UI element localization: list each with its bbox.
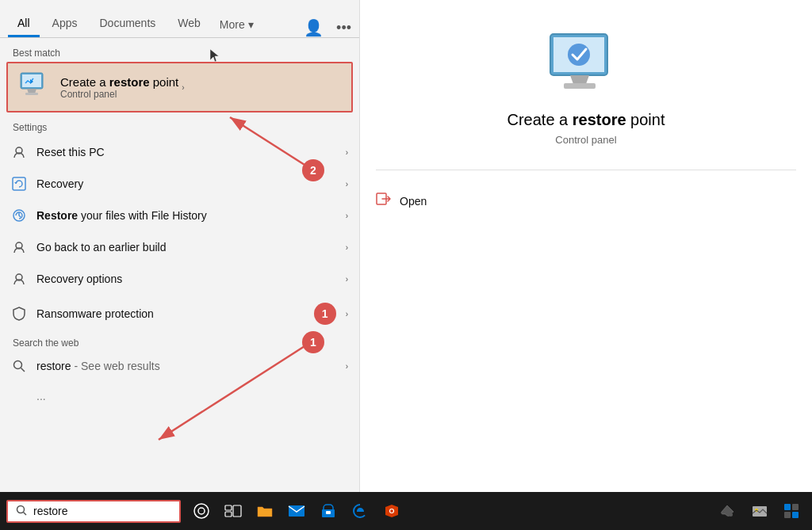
taskbar-paint[interactable] [714,497,742,525]
tabs-bar: All Apps Documents Web More ▾ 👤 ••• [0,0,359,38]
web-search-arrow: › [346,362,348,371]
svg-point-9 [14,361,22,369]
svg-rect-31 [289,505,304,517]
left-panel: All Apps Documents Web More ▾ 👤 ••• Best… [0,0,359,492]
best-match-title: Create a restore point [60,75,178,89]
list-item-earlier-build[interactable]: Go back to an earlier build › [0,231,359,263]
badge-1: 1 [314,303,336,325]
list-item-text-file-history: Restore your files with File History [36,209,343,222]
taskbar-photos[interactable] [745,497,774,525]
svg-text:O: O [389,507,394,515]
reset-pc-icon [11,144,27,160]
app-detail-title: Create a restore point [507,111,665,129]
best-match-text: Create a restore point Control panel [60,75,178,100]
action-open[interactable]: Open [376,186,796,215]
earlier-build-icon [11,239,27,255]
svg-point-24 [17,505,25,513]
list-item-reset-pc[interactable]: Reset this PC › [0,136,359,168]
svg-rect-33 [326,511,331,514]
svg-rect-30 [233,505,241,517]
taskbar-office[interactable]: O [377,497,406,525]
svg-rect-4 [13,177,25,190]
list-item-text-more: ... [36,390,348,402]
list-item-recovery-options[interactable]: Recovery options › [0,263,359,295]
svg-line-25 [24,512,27,515]
recovery-icon [11,176,27,192]
list-item-text-recovery: Recovery [36,177,343,190]
app-detail-subtitle: Control panel [555,134,616,146]
taskbar-mail[interactable] [282,497,311,525]
tab-web[interactable]: Web [168,9,210,37]
earlier-build-arrow: › [346,243,348,252]
open-icon [376,191,392,211]
tab-right-icons: 👤 ••• [304,18,351,37]
svg-point-21 [568,44,590,66]
taskbar-task-view[interactable] [219,497,247,525]
best-match-arrow: › [182,83,184,92]
ransomware-arrow: › [346,310,348,318]
search-web-header: Search the web [0,333,359,350]
list-item-more[interactable]: ... [0,382,359,410]
right-panel: Create a restore point Control panel Ope… [359,0,812,492]
recovery-arrow: › [346,180,348,189]
svg-rect-22 [564,83,596,89]
best-match-header: Best match [0,41,359,62]
list-item-text-reset-pc: Reset this PC [36,146,343,158]
recovery-options-arrow: › [346,275,348,284]
taskbar-settings-taskbar[interactable] [777,497,806,525]
svg-rect-41 [792,512,799,518]
ransomware-icon [11,306,27,322]
tab-apps[interactable]: Apps [43,9,87,37]
list-item-file-history[interactable]: Restore your files with File History › [0,200,359,231]
more-options-icon[interactable]: ••• [336,20,351,36]
taskbar-cortana[interactable] [187,497,216,525]
svg-point-35 [729,513,733,517]
list-item-recovery[interactable]: Recovery › [0,168,359,200]
svg-point-26 [194,504,209,518]
taskbar-edge[interactable] [346,497,374,525]
web-search-icon [11,358,27,374]
list-item-text-ransomware: Ransomware protection [36,307,314,320]
taskbar-search-box[interactable]: restore [6,500,181,523]
list-item-text-recovery-options: Recovery options [36,273,343,285]
svg-rect-40 [784,512,791,518]
svg-rect-38 [784,504,791,510]
svg-rect-2 [25,93,38,95]
file-history-icon [11,208,27,223]
recovery-options-icon [11,271,27,287]
best-match-item[interactable]: Create a restore point Control panel › [6,62,353,112]
open-label: Open [400,195,427,208]
best-match-subtitle: Control panel [60,89,178,100]
svg-rect-29 [225,512,232,517]
results-list: Best match Create a restore point [0,38,359,492]
tab-all[interactable]: All [8,9,40,37]
taskbar-search-icon [16,505,27,518]
tab-documents[interactable]: Documents [90,9,165,37]
svg-line-10 [21,368,25,372]
account-icon[interactable]: 👤 [304,18,324,37]
settings-header: Settings [0,116,359,136]
control-panel-icon [19,71,51,103]
taskbar: restore O [0,492,812,530]
svg-marker-5 [14,182,17,184]
svg-rect-39 [792,504,799,510]
svg-rect-28 [225,505,232,510]
svg-point-27 [198,508,205,514]
list-item-ransomware[interactable]: Ransomware protection 1 › [0,295,359,333]
list-item-text-earlier-build: Go back to an earlier build [36,241,343,254]
app-large-icon [546,32,626,95]
taskbar-file-explorer[interactable] [251,497,279,525]
tab-more[interactable]: More ▾ [213,12,260,37]
file-history-arrow: › [346,212,348,220]
detail-divider [376,170,796,170]
reset-pc-arrow: › [346,148,348,157]
taskbar-store[interactable] [314,497,343,525]
list-item-text-web-search: restore - See web results [36,360,343,372]
taskbar-search-text: restore [33,505,68,517]
list-item-web-search[interactable]: restore - See web results › [0,350,359,382]
